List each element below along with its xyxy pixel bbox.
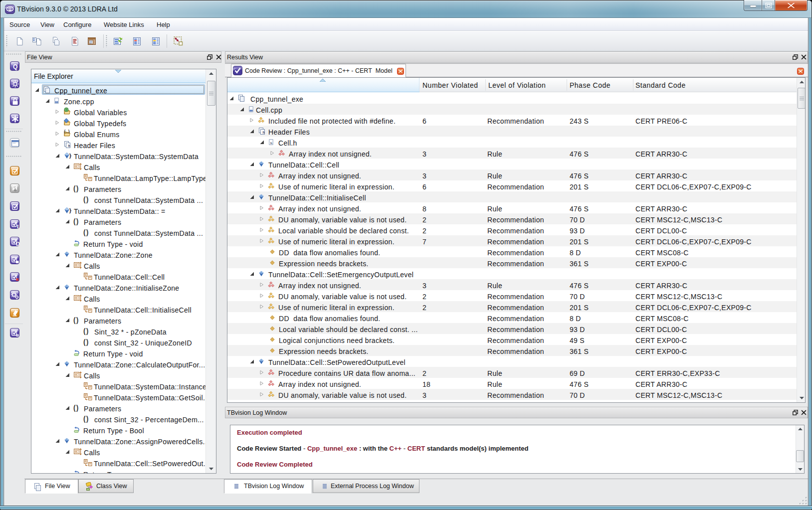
svg-text:D: D <box>16 241 20 247</box>
svg-text:I: I <box>17 223 19 229</box>
svg-text:Q: Q <box>13 63 17 70</box>
